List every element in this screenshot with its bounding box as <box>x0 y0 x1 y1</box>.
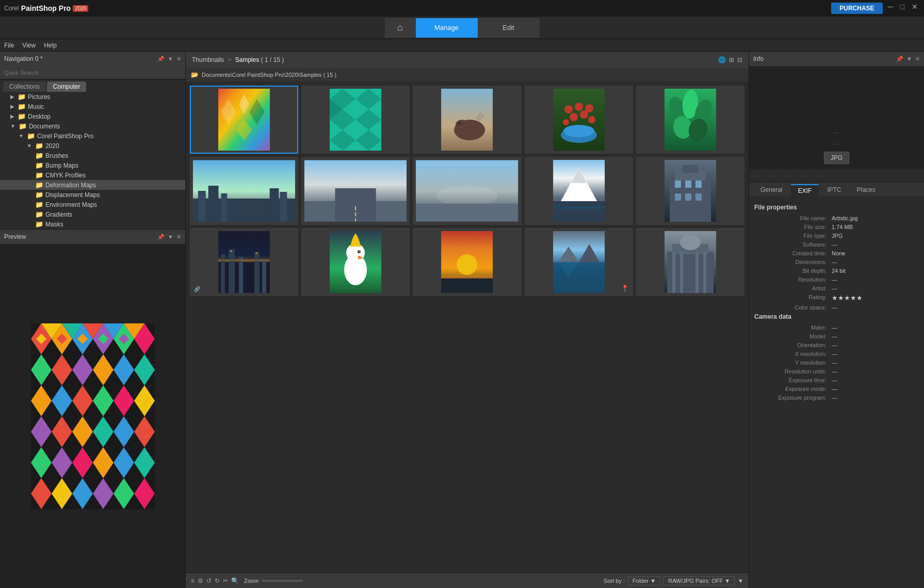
rating-label: Rating: <box>754 294 826 302</box>
svg-rect-89 <box>221 193 228 222</box>
preview-close-icon[interactable]: ✕ <box>176 234 181 240</box>
yres-value: --- <box>832 360 919 366</box>
tab-iptc[interactable]: IPTC <box>820 184 848 197</box>
bitdepth-value: 24 bit <box>832 268 919 274</box>
svg-rect-88 <box>208 186 219 221</box>
purchase-button[interactable]: PURCHASE <box>831 3 882 14</box>
folder-icon: 📁 <box>35 191 43 199</box>
xres-value: --- <box>832 351 919 357</box>
tree-item-displacement[interactable]: 📁 Displacement Maps <box>0 190 185 200</box>
thumbnail-7[interactable] <box>301 157 410 225</box>
nav-panel-header: Navigation 0 * 📌 ▼ ✕ <box>0 52 185 66</box>
status-icon-3[interactable]: ↺ <box>206 577 212 584</box>
tree-item-environment[interactable]: 📁 Environment Maps <box>0 200 185 209</box>
thumb-image-15 <box>639 231 741 293</box>
file-properties-title: File properties <box>754 204 919 211</box>
info-preview-area: --- --- JPG <box>749 66 924 169</box>
thumbnail-11[interactable]: 🔗 <box>190 228 298 296</box>
thumbnail-14[interactable]: 📍 <box>525 228 633 296</box>
thumbnail-12[interactable] <box>301 228 410 296</box>
folder-icon: 📁 <box>35 201 43 208</box>
thumbnail-6[interactable] <box>190 157 298 225</box>
tab-computer[interactable]: Computer <box>47 81 87 92</box>
zoom-slider[interactable] <box>262 580 303 582</box>
thumb-image-14 <box>528 231 630 293</box>
raw-pairs-dropdown[interactable]: RAW/JPG Pairs: OFF ▼ <box>663 576 735 585</box>
status-expand-icon[interactable]: ▼ <box>738 578 743 584</box>
preview-header: Preview 📌 ▼ ✕ <box>0 230 185 244</box>
sort-dropdown[interactable]: Folder ▼ <box>628 576 660 585</box>
tree-item-music[interactable]: ▶ 📁 Music <box>0 102 185 111</box>
psp-label: PaintShop Pro <box>21 4 71 12</box>
nav-menu-icon[interactable]: ▼ <box>168 56 173 62</box>
menu-file[interactable]: File <box>4 42 14 49</box>
thumbnail-10[interactable] <box>636 157 744 225</box>
thumbnail-4[interactable] <box>525 86 633 154</box>
thumbnail-3[interactable] <box>413 86 521 154</box>
home-button[interactable]: ⌂ <box>385 18 416 38</box>
preview-menu-icon[interactable]: ▼ <box>168 234 173 240</box>
status-icon-2[interactable]: ⚙ <box>198 577 203 584</box>
grid-icon[interactable]: ⊞ <box>729 56 734 63</box>
minimize-icon[interactable]: ─ <box>886 3 895 14</box>
tab-general[interactable]: General <box>753 184 790 197</box>
info-row-created: Created time: None <box>754 250 919 256</box>
view-icon[interactable]: ⊟ <box>737 56 742 63</box>
globe-icon[interactable]: 🌐 <box>718 56 726 63</box>
quick-search-input[interactable] <box>4 70 181 76</box>
tree-item-gradients[interactable]: 📁 Gradients <box>0 209 185 219</box>
nav-close-icon[interactable]: ✕ <box>176 56 181 62</box>
thumbnail-5[interactable] <box>636 86 744 154</box>
status-icon-5[interactable]: ✂ <box>223 577 228 584</box>
tree-item-desktop[interactable]: ▶ 📁 Desktop <box>0 111 185 121</box>
svg-point-76 <box>588 116 595 123</box>
info-menu-icon[interactable]: ▼ <box>906 56 912 62</box>
thumbnail-15[interactable] <box>636 228 744 296</box>
thumb-image-5 <box>639 89 741 151</box>
tree-item-pictures[interactable]: ▶ 📁 Pictures <box>0 92 185 102</box>
info-controls: 📌 ▼ ✕ <box>896 56 920 62</box>
thumbnail-2[interactable] <box>301 86 410 154</box>
tab-places[interactable]: Places <box>850 184 883 197</box>
menu-view[interactable]: View <box>22 42 36 49</box>
resolution-label: Resolution: <box>754 276 826 283</box>
status-icon-1[interactable]: ≡ <box>191 577 194 584</box>
tree-item-bumpmaps[interactable]: 📁 Bump Maps <box>0 160 185 170</box>
tree-item-brushes[interactable]: 📁 Brushes <box>0 151 185 160</box>
menu-help[interactable]: Help <box>44 42 57 49</box>
tree-item-2020[interactable]: ▼ 📁 2020 <box>0 141 185 151</box>
thumbnails-grid[interactable]: 🔗 <box>186 81 749 573</box>
status-icon-6[interactable]: 🔍 <box>231 577 239 584</box>
manage-button[interactable]: Manage <box>416 18 478 38</box>
edit-button[interactable]: Edit <box>478 18 540 38</box>
tree-item-masks[interactable]: 📁 Masks <box>0 219 185 229</box>
svg-rect-109 <box>685 181 691 188</box>
status-icon-4[interactable]: ↻ <box>215 577 220 584</box>
dash-3: --- <box>786 172 792 178</box>
tab-exif[interactable]: EXIF <box>791 184 819 197</box>
tree-item-deformation[interactable]: 📁 Deformation Maps <box>0 180 185 190</box>
path-text: Documents\Corel PaintShop Pro\2020\Sampl… <box>202 72 336 78</box>
close-icon[interactable]: ✕ <box>910 3 920 14</box>
tree-label: Deformation Maps <box>45 182 96 189</box>
tab-collections[interactable]: Collections <box>3 81 46 92</box>
tree-item-corel[interactable]: ▼ 📁 Corel PaintShop Pro <box>0 131 185 141</box>
thumbnail-9[interactable] <box>525 157 633 225</box>
thumbnail-1[interactable] <box>190 86 298 154</box>
tree-item-documents[interactable]: ▼ 📁 Documents <box>0 121 185 131</box>
make-value: --- <box>832 324 919 331</box>
thumbnail-13[interactable] <box>413 228 521 296</box>
tree-item-cmyk[interactable]: 📁 CMYK Profiles <box>0 170 185 180</box>
filename-value: Artistic.jpg <box>832 215 919 221</box>
exposure-program-value: --- <box>832 395 919 401</box>
info-pin-icon[interactable]: 📌 <box>896 56 903 62</box>
thumbnail-8[interactable] <box>413 157 521 225</box>
nav-pin-icon[interactable]: 📌 <box>157 56 165 62</box>
tree-label: Bump Maps <box>45 162 78 169</box>
info-close-icon[interactable]: ✕ <box>915 56 920 62</box>
path-bar: 📂 Documents\Corel PaintShop Pro\2020\Sam… <box>186 68 749 81</box>
info-row-exposure-program: Exposure program: --- <box>754 395 919 401</box>
preview-pin-icon[interactable]: 📌 <box>157 234 165 240</box>
maximize-icon[interactable]: □ <box>898 3 906 14</box>
created-value: None <box>832 250 919 256</box>
